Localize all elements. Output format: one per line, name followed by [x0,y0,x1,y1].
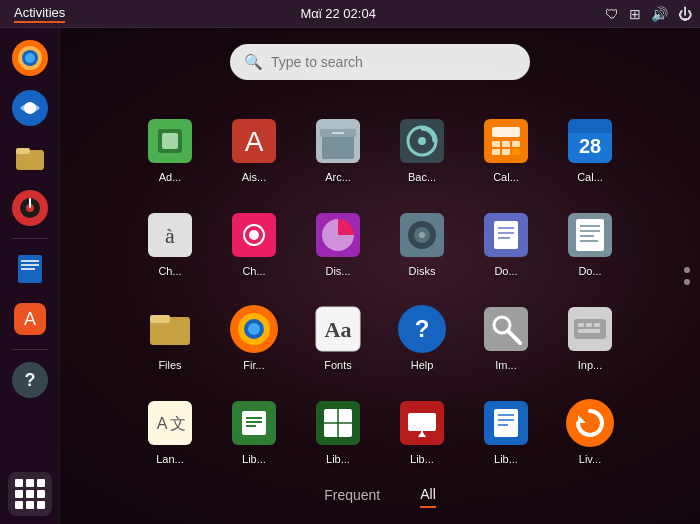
app-item-doc[interactable]: Do... [466,194,546,284]
svg-rect-75 [580,235,594,237]
svg-point-3 [25,53,35,63]
sidebar-item-rhythmbox[interactable] [8,186,52,230]
network-icon[interactable]: ⊞ [629,6,641,22]
app-label-firefox: Fir... [243,359,264,372]
app-item-firefox[interactable]: Fir... [214,288,294,378]
app-icon-chrome [228,209,280,261]
svg-rect-70 [498,237,510,239]
app-label-libreimpress: Lib... [410,453,434,466]
topbar: Activities Μαϊ 22 02:04 🛡 ⊞ 🔊 ⏻ [0,0,700,28]
svg-text:28: 28 [579,135,601,157]
svg-point-5 [24,102,36,114]
topbar-left: Activities [8,3,71,25]
power-icon[interactable]: ⏻ [678,6,692,22]
tab-all[interactable]: All [420,486,436,508]
app-icon-libreimpress [396,397,448,449]
svg-rect-69 [498,232,514,234]
app-icon-libreoffice [228,397,280,449]
sidebar-item-software[interactable]: A [8,297,52,341]
app-item-calc[interactable]: Cal... [466,100,546,190]
svg-rect-45 [492,127,520,137]
svg-text:A: A [245,126,264,157]
svg-rect-74 [580,230,600,232]
app-label-chrome: Ch... [242,265,265,278]
sidebar-item-writer[interactable] [8,247,52,291]
app-icon-fonts: Aa [312,303,364,355]
app-item-files2[interactable]: Files [130,288,210,378]
app-icon-disks [396,209,448,261]
app-icon-calendar: 28 [564,115,616,167]
app-item-docviewer[interactable]: Do... [550,194,630,284]
svg-rect-113 [494,409,518,437]
app-item-diskusage[interactable]: Dis... [298,194,378,284]
app-item-calendar[interactable]: 28Cal... [550,100,630,190]
app-label-cpu: Ad... [159,171,182,184]
search-bar[interactable]: 🔍 [230,44,530,80]
svg-rect-14 [21,264,39,266]
app-item-help[interactable]: ?Help [382,288,462,378]
app-item-libreimpress[interactable]: Lib... [382,382,462,472]
search-icon: 🔍 [244,53,263,71]
app-item-libreoffice[interactable]: Lib... [214,382,294,472]
svg-rect-76 [580,240,598,242]
app-label-disks: Disks [409,265,436,278]
topbar-right: 🛡 ⊞ 🔊 ⏻ [605,6,692,22]
app-label-backup: Bac... [408,171,436,184]
app-icon-cpu [144,115,196,167]
app-grid-button[interactable] [8,472,52,516]
app-icon-firefox [228,303,280,355]
app-label-doc: Do... [494,265,517,278]
app-item-fonts[interactable]: AaFonts [298,288,378,378]
topbar-datetime: Μαϊ 22 02:04 [300,6,375,21]
svg-text:文: 文 [170,415,186,432]
volume-icon[interactable]: 🔊 [651,6,668,22]
app-icon-backup [396,115,448,167]
svg-rect-47 [502,141,510,147]
app-item-backup[interactable]: Bac... [382,100,462,190]
activities-button[interactable]: Activities [8,3,71,25]
tab-frequent[interactable]: Frequent [324,487,380,507]
app-label-image: Im... [495,359,516,372]
app-icon-docviewer [564,209,616,261]
app-item-livepatch[interactable]: Liv... [550,382,630,472]
svg-rect-46 [492,141,500,147]
svg-rect-114 [498,414,514,416]
svg-rect-7 [16,148,30,154]
svg-rect-11 [29,198,31,208]
search-input[interactable] [271,54,516,70]
svg-rect-49 [492,149,500,155]
app-item-archive[interactable]: Arc... [298,100,378,190]
svg-rect-73 [580,225,600,227]
app-label-charmap: Ch... [158,265,181,278]
app-item-aisleriot[interactable]: AAis... [214,100,294,190]
shield-icon: 🛡 [605,6,619,22]
app-icon-files2 [144,303,196,355]
app-label-libreoffice: Lib... [242,453,266,466]
app-icon-doc [480,209,532,261]
svg-rect-92 [578,323,584,327]
app-item-lang[interactable]: A文Lan... [130,382,210,472]
app-item-librewriter[interactable]: Lib... [466,382,546,472]
app-item-disks[interactable]: Disks [382,194,462,284]
sidebar-item-help[interactable]: ? [8,358,52,402]
sidebar-item-thunderbird[interactable] [8,86,52,130]
app-label-calc: Cal... [493,171,519,184]
svg-rect-68 [498,227,514,229]
svg-point-43 [418,137,426,145]
svg-point-60 [249,230,259,240]
sidebar-divider-2 [12,349,48,350]
app-label-librewriter: Lib... [494,453,518,466]
app-label-archive: Arc... [325,171,351,184]
sidebar-item-firefox[interactable] [8,36,52,80]
app-item-input[interactable]: Inp... [550,288,630,378]
app-label-help: Help [411,359,434,372]
app-icon-librewriter [480,397,532,449]
svg-point-65 [419,232,425,238]
app-item-chrome[interactable]: Ch... [214,194,294,284]
svg-rect-38 [322,135,354,159]
app-item-librecalc[interactable]: Lib... [298,382,378,472]
app-item-image[interactable]: Im... [466,288,546,378]
sidebar-item-files[interactable] [8,136,52,180]
app-item-charmap[interactable]: àCh... [130,194,210,284]
app-item-cpu[interactable]: Ad... [130,100,210,190]
